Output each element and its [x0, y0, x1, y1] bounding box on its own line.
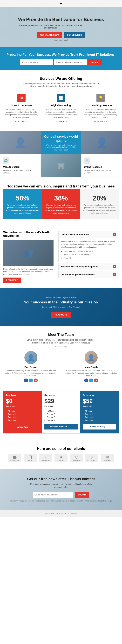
pricing-card-personal: Personal $29 Per Month 15 Users Feature …	[42, 390, 80, 434]
service-icon-2: 💡	[97, 94, 105, 102]
banner-title: Preparing For Your Success, We Provide T…	[3, 52, 119, 57]
pricing-btn-free[interactable]: Upload Free	[6, 424, 39, 430]
accordion-header-1[interactable]: Business Sustainability Management +	[59, 263, 119, 270]
bob-avatar-icon: 👤	[27, 354, 35, 361]
partner-image-icon: 👥	[23, 248, 33, 257]
pricing-period-business: Per Month	[83, 405, 116, 408]
banner-name-input[interactable]	[20, 60, 53, 65]
pricing-features-business: 15 Users Feature 2 Feature 3 Feature 4	[83, 410, 116, 422]
partner-left: We partner with the world's leading univ…	[3, 231, 54, 283]
client-icon-1: 📋	[26, 455, 35, 459]
accordion-toggle-2[interactable]: +	[113, 273, 116, 276]
newsletter-section: Get our free newsletter + bonus content …	[0, 469, 122, 510]
client-logo-5: ⚡ COMPANY	[85, 454, 98, 462]
newsletter-submit-button[interactable]: SUBMIT	[75, 492, 89, 498]
stat-card-2: 20% Whatever the scale and nature of you…	[80, 190, 119, 220]
client-label-1: COMPANY	[26, 459, 35, 461]
bob-facebook-icon[interactable]: f	[24, 378, 28, 382]
partner-read-more-button[interactable]: READ MORE	[3, 278, 21, 283]
team-avatar-bob: 👤	[24, 351, 37, 364]
accordion-header-2[interactable]: Learn how to grow your business +	[59, 271, 119, 278]
service-readmore-2[interactable]: READ MORE »	[94, 121, 107, 123]
stat-card-1: 36% Whatever the scale and nature of you…	[42, 190, 80, 220]
mission-top-text: Add more speed to your website	[3, 296, 119, 298]
stat-text-0: Whatever the scale and nature of your pr…	[6, 204, 39, 214]
mission-read-more-button[interactable]: READ MORE	[51, 312, 71, 318]
client-icon-3: ◈	[57, 455, 66, 459]
service-readmore-1[interactable]: READ MORE »	[55, 121, 67, 123]
our-services-button[interactable]: OUR SERVICES	[64, 32, 85, 38]
mid-card-icon-research: 🔍	[84, 158, 91, 164]
hero-title: We Provide the Best value for Business	[18, 17, 104, 22]
bob-twitter-icon[interactable]: t	[29, 378, 33, 382]
client-icon-4: ⬡	[72, 455, 81, 459]
mission-section: Add more speed to your website Your succ…	[0, 288, 122, 326]
pricing-btn-business[interactable]: Proceed Annually →	[83, 424, 116, 430]
pricing-feature-personal-2: Feature 3	[44, 416, 78, 418]
pricing-btn-personal[interactable]: Proceed Annually →	[44, 424, 78, 430]
pricing-section: For Team $0 Per Month 15 Users Feature 2…	[0, 389, 122, 440]
accordion-toggle-0[interactable]: +	[113, 233, 116, 236]
banner-email-input[interactable]	[54, 60, 87, 65]
accordion-toggle-1[interactable]: +	[113, 265, 116, 268]
bob-gplus-icon[interactable]: g+	[34, 378, 38, 382]
accordion-header-0[interactable]: Create a Webinar in Minutes +	[59, 231, 119, 238]
mid-center-panel: Our call service world quality Whatever …	[41, 131, 81, 154]
avatar-image-bob: 👤	[24, 351, 37, 364]
get-started-button[interactable]: GET STARTED NOW	[37, 32, 62, 38]
newsletter-desc: Excepteur sint occaecat cupidatat non pr…	[28, 483, 94, 488]
pricing-feature-personal-1: Feature 2	[44, 413, 78, 415]
client-logo-inner-6: ⊞ COMPANY	[103, 455, 112, 461]
client-label-2: COMPANY	[41, 459, 50, 461]
mid-card-research: 🔍 Online Research Sample text. Click to …	[81, 154, 122, 178]
mary-twitter-icon[interactable]: t	[89, 378, 93, 382]
client-logo-3: ◈ COMPANY	[54, 454, 68, 462]
hamburger-icon[interactable]: ≡	[60, 2, 62, 5]
client-label-6: COMPANY	[103, 459, 112, 461]
accordion-item-1: Business Sustainability Management +	[58, 263, 119, 270]
newsletter-email-input[interactable]	[33, 492, 73, 498]
blue-banner-section: Preparing For Your Success, We Provide T…	[0, 48, 122, 70]
site-footer: SampleTech. Just a sample Text Element.	[0, 510, 122, 517]
pricing-card-free: For Team $0 Per Month 15 Users Feature 2…	[3, 390, 42, 434]
pricing-feature-free-0: 15 Users	[6, 410, 39, 412]
service-title-1: Digital Marketing	[44, 104, 77, 107]
client-icon-2: ✓	[41, 455, 50, 459]
pricing-header-business: Business	[83, 394, 116, 397]
mary-gplus-icon[interactable]: g+	[94, 378, 98, 382]
stats-grid: 50% Whatever the scale and nature of you…	[3, 190, 119, 220]
stat-number-1: 36%	[44, 194, 78, 202]
banner-submit-button[interactable]: Submit	[88, 60, 102, 65]
accordion-list-item-0-0: Mattis nunc sed blandit libero volutpat	[63, 250, 116, 253]
team-text-bob: Consectetur adipiscing elit sed do eiusm…	[3, 370, 59, 377]
service-title-0: Great Experiences	[5, 104, 38, 107]
site-header: ≡	[0, 0, 122, 7]
client-logo-4: ⬡ COMPANY	[70, 454, 83, 462]
pricing-features-free: 15 Users Feature 2 Feature 3 Feature 4	[6, 410, 39, 422]
avatar-image-mary: 👤	[85, 351, 98, 364]
mid-image-right: 👤	[81, 131, 122, 154]
service-readmore-0[interactable]: READ MORE »	[15, 121, 27, 123]
pricing-price-personal: $29	[44, 398, 78, 404]
accordion-text-0: Interdum velit suscipit in pellentesque …	[61, 240, 116, 249]
mary-facebook-icon[interactable]: f	[84, 378, 88, 382]
banner-form: Submit	[3, 60, 119, 65]
newsletter-title: Get our free newsletter + bonus content	[3, 477, 119, 481]
client-logo-inner-2: ✓ COMPANY	[41, 455, 50, 461]
clients-title: Here are some of our clients	[3, 446, 119, 451]
mid-card-title-website: Website Design	[2, 166, 38, 168]
partner-image: 👥	[3, 240, 54, 266]
service-card-digital: 📊 Digital Marketing Whatever the scale a…	[43, 92, 79, 124]
service-title-2: Consulting Services	[84, 104, 117, 107]
mid-grid-section: 👤 Our call service world quality Whateve…	[0, 131, 122, 178]
partner-section: We partner with the world's leading univ…	[0, 226, 122, 288]
hero-buttons: GET STARTED NOW OUR SERVICES	[18, 32, 104, 38]
client-icon-5: ⚡	[88, 455, 97, 459]
services-section: Services We are Offering We develop an i…	[0, 70, 122, 131]
client-logo-1: 📋 COMPANY	[24, 454, 37, 462]
client-logo-6: ⊞ COMPANY	[101, 454, 114, 462]
mid-bottom-center-img: 🏢	[41, 154, 81, 177]
team-section: Meet The Team Lorem ipsum dolor sit amet…	[0, 326, 122, 389]
client-icon-6: ⊞	[103, 455, 112, 459]
team-title: Meet The Team	[3, 332, 119, 337]
